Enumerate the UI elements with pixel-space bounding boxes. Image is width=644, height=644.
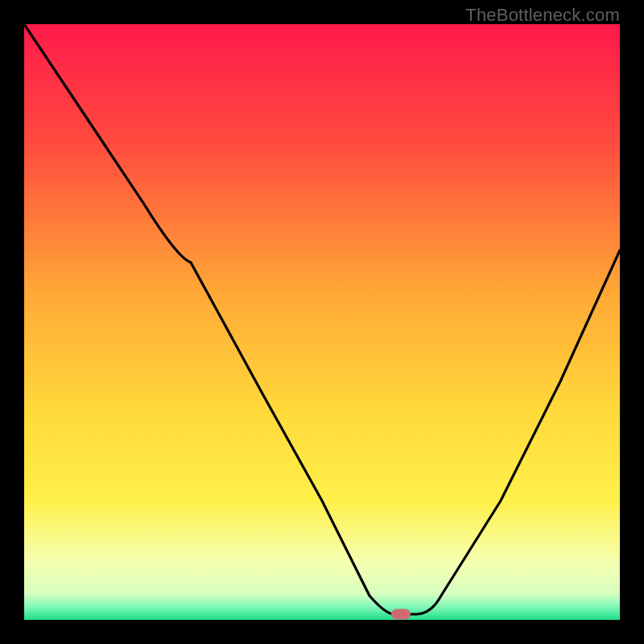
curve-path xyxy=(24,24,620,614)
chart-frame: TheBottleneck.com xyxy=(0,0,644,644)
optimal-marker xyxy=(391,609,411,619)
plot-area xyxy=(24,24,620,620)
watermark-text: TheBottleneck.com xyxy=(465,5,620,26)
bottleneck-curve xyxy=(24,24,620,620)
